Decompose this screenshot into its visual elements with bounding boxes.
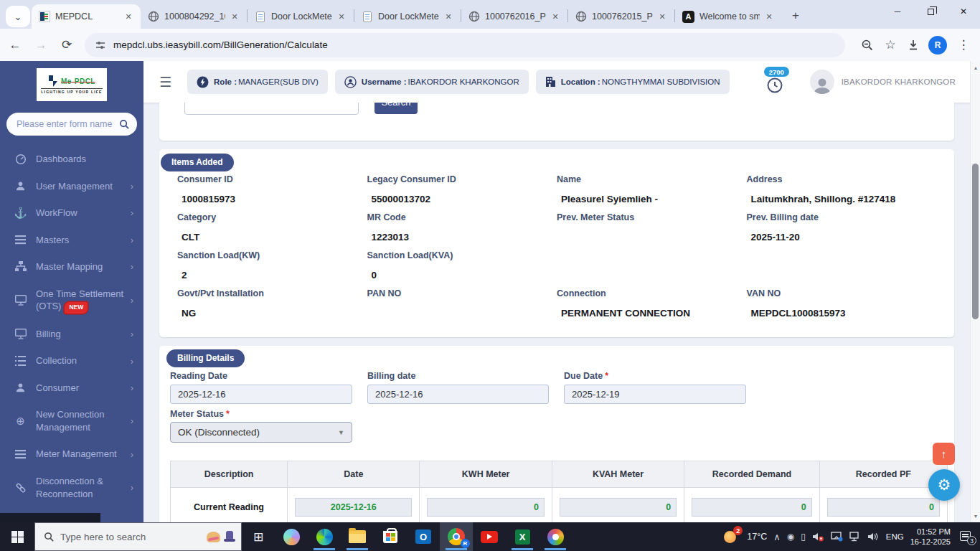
recorded-demand-input[interactable]: 0 bbox=[692, 498, 811, 517]
outlook-button[interactable]: O bbox=[407, 522, 440, 551]
avatar[interactable] bbox=[810, 70, 834, 94]
kvah-meter-input[interactable]: 0 bbox=[560, 498, 677, 517]
search-highlight-hats-icon[interactable] bbox=[207, 531, 235, 542]
excel-button[interactable]: X bbox=[506, 522, 539, 551]
items-added-card: Items Added Consumer ID1000815973 Legacy… bbox=[159, 149, 954, 337]
tab-close-icon[interactable]: ✕ bbox=[656, 10, 669, 23]
col-description: Description bbox=[171, 461, 288, 488]
scrollbar-down-arrow[interactable]: ▼ bbox=[971, 511, 980, 521]
record-icon[interactable]: ◉ bbox=[787, 532, 794, 542]
col-kwh-meter: KWH Meter bbox=[420, 461, 552, 488]
address-bar[interactable]: mepdcl.ubs.ieasybill.com/BillGeneration/… bbox=[85, 33, 845, 57]
billing-date-input[interactable] bbox=[367, 385, 549, 404]
tab-close-icon[interactable]: ✕ bbox=[122, 10, 135, 23]
muted-speaker-icon[interactable] bbox=[812, 531, 824, 542]
tab-close-icon[interactable]: ✕ bbox=[228, 10, 241, 23]
scrollbar-up-arrow[interactable]: ▲ bbox=[971, 62, 980, 72]
start-button[interactable] bbox=[0, 522, 34, 551]
role-label: Role : bbox=[214, 77, 237, 86]
browser-tab-active[interactable]: MEPDCL ✕ bbox=[32, 4, 141, 29]
browser-menu-icon[interactable]: ⋮ bbox=[953, 34, 974, 56]
mepdcl-favicon-icon bbox=[39, 11, 50, 22]
weather-widget[interactable]: 2 bbox=[723, 529, 740, 545]
username-label: Username : bbox=[362, 77, 407, 86]
tab-close-icon[interactable]: ✕ bbox=[335, 10, 348, 23]
sidebar-item-ots[interactable]: One Time Settlement (OTS)NEW › bbox=[0, 281, 143, 321]
meter-status-select[interactable]: OK (Disconnected) ▼ bbox=[170, 422, 352, 443]
sidebar-item-dashboards[interactable]: Dashboards bbox=[0, 146, 143, 173]
sidebar-item-user-management[interactable]: User Management › bbox=[0, 173, 143, 200]
reload-icon[interactable]: ⟳ bbox=[56, 34, 77, 56]
scroll-to-top-button[interactable]: ↑ bbox=[933, 443, 955, 465]
forward-icon[interactable]: → bbox=[30, 34, 52, 56]
site-settings-icon[interactable] bbox=[95, 39, 106, 51]
scrollbar-thumb[interactable] bbox=[972, 164, 979, 319]
new-tab-button[interactable]: + bbox=[786, 6, 806, 26]
youtube-button[interactable] bbox=[473, 522, 506, 551]
krita-button[interactable] bbox=[539, 522, 572, 551]
tab-close-icon[interactable]: ✕ bbox=[549, 10, 562, 23]
browser-tab[interactable]: 1000762016_Per ✕ bbox=[461, 4, 567, 29]
sidebar-item-billing[interactable]: Billing › bbox=[0, 321, 143, 348]
browser-tab[interactable]: 1000804292_16- ✕ bbox=[141, 4, 247, 29]
browser-tab[interactable]: Door LockMeter ✕ bbox=[354, 4, 461, 29]
sidebar-item-workflow[interactable]: ⚓ WorkFlow › bbox=[0, 199, 143, 227]
volume-icon[interactable] bbox=[867, 532, 880, 542]
copilot-button[interactable] bbox=[275, 522, 308, 551]
taskbar-clock[interactable]: 01:52 PM16-12-2025 bbox=[910, 527, 951, 547]
sidebar-item-disconnection[interactable]: Disconnection & Reconnection › bbox=[0, 468, 143, 507]
minimize-button[interactable]: ─ bbox=[881, 0, 914, 23]
taskbar-search-input[interactable] bbox=[60, 532, 207, 542]
sidebar-item-masters[interactable]: Masters › bbox=[0, 227, 143, 254]
tab-close-icon[interactable]: ✕ bbox=[442, 10, 455, 23]
back-icon[interactable]: ← bbox=[4, 34, 26, 56]
cast-icon[interactable] bbox=[831, 532, 843, 542]
phone-icon[interactable]: ▯ bbox=[801, 532, 806, 542]
close-window-button[interactable]: ✕ bbox=[947, 0, 980, 23]
current-reading-date-input[interactable]: 2025-12-16 bbox=[295, 498, 412, 517]
sidebar-item-meter-management[interactable]: Meter Management › bbox=[0, 441, 143, 468]
due-date-input[interactable] bbox=[564, 385, 746, 404]
notification-center-button[interactable]: 3 bbox=[960, 530, 974, 543]
temperature-text[interactable]: 17°C bbox=[747, 532, 767, 542]
restore-button[interactable] bbox=[914, 0, 947, 23]
search-button[interactable]: Search bbox=[374, 103, 418, 114]
settings-gear-button[interactable]: ⚙ bbox=[928, 469, 960, 501]
session-timer[interactable]: 2700 bbox=[763, 67, 791, 96]
chrome-button[interactable]: R bbox=[440, 522, 473, 551]
download-icon[interactable] bbox=[903, 34, 924, 56]
browser-tab[interactable]: A Welcome to sma ✕ bbox=[675, 4, 781, 29]
tab-search-button[interactable]: ⌄ bbox=[6, 6, 30, 27]
field-address: AddressLaitumkhrah, Shillong. #127418 bbox=[747, 174, 937, 212]
edge-button[interactable] bbox=[308, 522, 341, 551]
browser-tab[interactable]: Door LockMeter ✕ bbox=[248, 4, 354, 29]
taskbar-search[interactable] bbox=[34, 522, 242, 551]
date-text: 16-12-2025 bbox=[910, 537, 951, 546]
hamburger-icon[interactable]: ☰ bbox=[159, 74, 171, 90]
task-view-button[interactable]: ⊞ bbox=[242, 522, 275, 551]
reading-date-input[interactable] bbox=[170, 385, 352, 404]
recorded-pf-input[interactable]: 0 bbox=[827, 498, 940, 517]
sidebar-item-consumer[interactable]: Consumer › bbox=[0, 375, 143, 402]
sidebar-item-label: Meter Management bbox=[36, 448, 131, 461]
browser-tab[interactable]: 1000762015_Per ✕ bbox=[568, 4, 674, 29]
bookmark-star-icon[interactable]: ☆ bbox=[880, 34, 901, 56]
tab-close-icon[interactable]: ✕ bbox=[763, 10, 776, 23]
network-icon[interactable] bbox=[849, 532, 861, 542]
file-explorer-button[interactable] bbox=[341, 522, 374, 551]
browser-profile-avatar[interactable]: R bbox=[928, 36, 947, 55]
search-icon[interactable] bbox=[119, 119, 130, 130]
microsoft-store-button[interactable] bbox=[374, 522, 407, 551]
sidebar-item-master-mapping[interactable]: Master Mapping › bbox=[0, 253, 143, 281]
sidebar-item-new-connection[interactable]: ⊕ New Connection Management › bbox=[0, 401, 143, 441]
page-scrollbar[interactable]: ▲ ▼ bbox=[970, 61, 980, 522]
language-indicator[interactable]: ENG bbox=[886, 532, 904, 541]
tab-title: 1000762015_Per bbox=[592, 11, 653, 22]
kwh-meter-input[interactable]: 0 bbox=[427, 498, 544, 517]
zoom-out-icon[interactable] bbox=[857, 34, 878, 56]
chevron-right-icon: › bbox=[131, 295, 133, 306]
form-search-input[interactable] bbox=[17, 119, 119, 129]
sidebar-item-collection[interactable]: Collection › bbox=[0, 347, 143, 375]
tray-expand-chevron-icon[interactable]: ∧ bbox=[773, 532, 781, 542]
consumer-search-input[interactable] bbox=[184, 103, 359, 115]
